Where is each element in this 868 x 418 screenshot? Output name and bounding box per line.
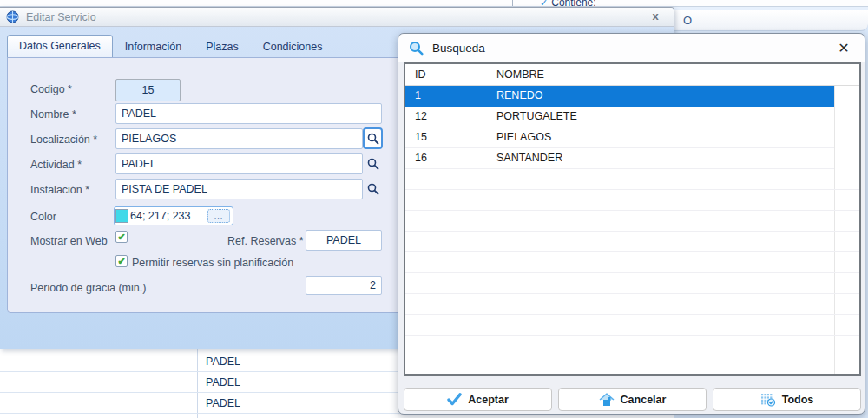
search-icon: [409, 41, 424, 56]
todos-button[interactable]: Todos: [713, 388, 861, 411]
home-icon: [599, 393, 615, 407]
dialog-title: Editar Servicio: [26, 11, 96, 23]
tab-informacion[interactable]: Información: [113, 36, 194, 58]
instalacion-field[interactable]: PISTA DE PADEL: [115, 179, 363, 199]
table-row[interactable]: 15 PIELAGOS: [405, 127, 834, 148]
color-swatch: [115, 209, 128, 223]
dialog-title: Busqueda: [432, 42, 485, 55]
color-picker[interactable]: 64; 217; 233 ...: [114, 206, 233, 225]
aceptar-button[interactable]: Aceptar: [404, 388, 552, 411]
codigo-field[interactable]: 15: [115, 79, 181, 101]
cell-id: 12: [405, 107, 490, 127]
periodo-gracia-label: Periodo de gracia (min.): [30, 282, 146, 294]
background-header-band: O: [674, 10, 868, 31]
localizacion-search-button[interactable]: [363, 127, 383, 149]
actividad-label: Actividad *: [30, 159, 82, 171]
table-row: PADEL: [206, 356, 379, 368]
table-header: ID NOMBRE: [405, 64, 859, 86]
search-icon: [367, 133, 379, 145]
tab-plazas[interactable]: Plazas: [194, 36, 251, 58]
actividad-field[interactable]: PADEL: [115, 153, 363, 174]
cancelar-button[interactable]: Cancelar: [558, 388, 707, 411]
mostrar-web-label: Mostrar en Web: [30, 235, 108, 247]
permitir-reservas-checkbox[interactable]: ✔: [115, 255, 128, 267]
column-header-id[interactable]: ID: [405, 64, 490, 85]
app-icon: [6, 10, 19, 23]
button-label: Cancelar: [621, 394, 667, 406]
ref-reservas-field[interactable]: PADEL: [306, 230, 382, 251]
tab-condiciones[interactable]: Condiciones: [251, 36, 335, 58]
localizacion-field[interactable]: PIELAGOS: [115, 128, 363, 149]
button-label: Aceptar: [468, 394, 509, 406]
background-filter-strip: ✓Contiene:: [0, 0, 868, 7]
color-browse-button[interactable]: ...: [207, 209, 230, 223]
empty-rows: [405, 169, 859, 376]
column-header-nombre[interactable]: NOMBRE: [490, 64, 544, 85]
button-label: Todos: [782, 394, 814, 406]
search-icon: [367, 158, 379, 170]
search-icon: [367, 183, 379, 195]
background-filter-fragment: ✓Contiene:: [540, 0, 596, 7]
busqueda-dialog: Busqueda ✕ ID NOMBRE 1 RENEDO 12 PORTUGA…: [398, 33, 865, 415]
localizacion-label: Localización *: [30, 134, 97, 146]
busqueda-results-table[interactable]: ID NOMBRE 1 RENEDO 12 PORTUGALETE 15 PIE…: [404, 62, 861, 376]
mostrar-web-checkbox[interactable]: ✔: [115, 231, 128, 243]
permitir-reservas-label: Permitir reservas sin planificación: [132, 257, 293, 269]
cell-nombre: PORTUGALETE: [490, 107, 577, 127]
cell-id: 16: [405, 148, 490, 168]
table-row[interactable]: 16 SANTANDER: [405, 148, 834, 169]
busqueda-titlebar[interactable]: Busqueda ✕: [398, 34, 865, 62]
cell-nombre: PIELAGOS: [490, 127, 551, 147]
nombre-label: Nombre *: [30, 108, 76, 121]
table-row[interactable]: 12 PORTUGALETE: [405, 107, 834, 127]
grid-check-icon: [760, 393, 776, 407]
instalacion-label: Instalación *: [30, 184, 89, 196]
tab-bar: Datos Generales Información Plazas Condi…: [7, 36, 334, 58]
ref-reservas-label: Ref. Reservas *: [227, 235, 304, 247]
close-icon[interactable]: ✕: [835, 40, 852, 57]
nombre-field[interactable]: PADEL: [115, 103, 382, 124]
divider: [512, 0, 513, 7]
color-label: Color: [30, 211, 56, 223]
cell-nombre: SANTANDER: [490, 148, 562, 168]
actividad-search-button[interactable]: [363, 153, 383, 174]
color-value: 64; 217; 233: [130, 210, 207, 222]
cell-id: 1: [405, 86, 490, 106]
codigo-label: Codigo *: [30, 83, 72, 95]
instalacion-search-button[interactable]: [363, 178, 383, 199]
cell-id: 15: [405, 127, 490, 147]
tab-datos-generales[interactable]: Datos Generales: [7, 35, 113, 58]
background-text-fragment: O: [683, 14, 692, 27]
table-row: PADEL: [206, 397, 379, 409]
busqueda-buttons: Aceptar Cancelar: [404, 388, 861, 411]
divider: [197, 349, 198, 418]
periodo-gracia-field[interactable]: 2: [306, 276, 382, 295]
filter-check-icon: ✓: [540, 0, 548, 7]
check-icon: [447, 393, 462, 406]
table-row[interactable]: 1 RENEDO: [405, 86, 834, 107]
close-icon[interactable]: x: [648, 9, 663, 24]
cell-nombre: RENEDO: [490, 86, 542, 106]
screen: O ✓Contiene: PADEL PADEL PADEL Editar Se…: [0, 0, 868, 418]
table-row: PADEL: [206, 376, 379, 389]
editar-titlebar[interactable]: Editar Servicio x: [0, 8, 674, 27]
